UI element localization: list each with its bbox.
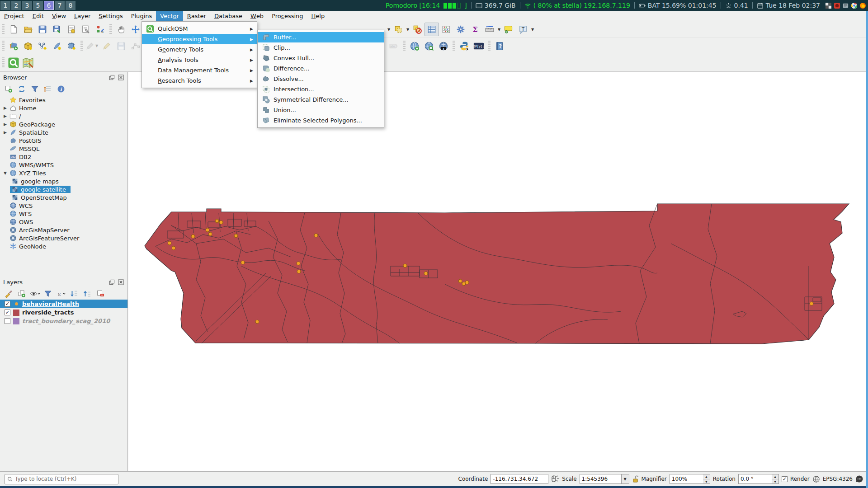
workspace-3[interactable]: 3 (22, 1, 32, 10)
browser-item-openstreetmap[interactable]: OpenStreetMap (0, 193, 127, 202)
browser-close-button[interactable] (118, 74, 124, 81)
vertex-tool-button[interactable] (128, 39, 143, 53)
scale-combo[interactable]: ▼ (580, 474, 629, 484)
menu-edit[interactable]: Edit (28, 11, 48, 21)
workspace-2[interactable]: 2 (11, 1, 21, 10)
measure-line-button[interactable] (482, 23, 497, 36)
python-console-button[interactable] (457, 39, 472, 53)
menu-plugins[interactable]: Plugins (127, 11, 156, 21)
firefox-icon[interactable] (859, 2, 866, 9)
dropbox-icon[interactable] (825, 2, 832, 9)
menu-item-data-management-tools[interactable]: Data Management Tools ▶ (142, 65, 257, 75)
layer-labeling-button[interactable]: abc (387, 39, 401, 53)
browser-item-geonode[interactable]: GeoNode (0, 242, 127, 250)
browser-item-home[interactable]: ▶Home (0, 104, 127, 112)
menu-vector-active[interactable]: Vector (156, 11, 183, 21)
magnifier-input[interactable] (672, 476, 701, 482)
menu-web[interactable]: Web (246, 11, 268, 21)
browser-item-wfs[interactable]: WFS (0, 210, 127, 218)
show-layout-manager-button[interactable] (79, 23, 93, 36)
menu-processing[interactable]: Processing (268, 11, 307, 21)
toggle-editing-button[interactable] (99, 39, 114, 53)
menu-item-analysis-tools[interactable]: Analysis Tools ▶ (142, 55, 257, 65)
menu-database[interactable]: Database (210, 11, 246, 21)
layer-checkbox[interactable]: ✓ (5, 301, 10, 307)
browser-refresh-button[interactable] (17, 84, 27, 94)
toolbar-handle[interactable] (80, 41, 83, 52)
select-caret-icon[interactable]: ▼ (406, 28, 410, 32)
ipython-console-button[interactable]: IP[y]: (472, 39, 486, 53)
text-annotation-button[interactable]: T (516, 23, 530, 36)
browser-item-geopackage[interactable]: ▶GeoPackage (0, 120, 127, 128)
scale-dropdown-caret-icon[interactable]: ▼ (621, 474, 629, 484)
style-manager-button[interactable]: a (93, 23, 108, 36)
pan-map-button[interactable] (114, 23, 128, 36)
menu-item-geometry-tools[interactable]: Geometry Tools ▶ (142, 44, 257, 55)
pan-to-selection-button[interactable] (128, 23, 143, 36)
browser-item-db2[interactable]: DB2 (0, 153, 127, 161)
filter-by-expression-button[interactable]: ε (56, 289, 66, 299)
collapse-all-button[interactable] (82, 289, 92, 299)
workspace-6-active[interactable]: 6 (44, 1, 54, 10)
menu-raster[interactable]: Raster (183, 11, 210, 21)
rotation-spinbox[interactable]: ▲▼ (738, 474, 779, 484)
browser-item-spatialite[interactable]: ▶SpatiaLite (0, 128, 127, 136)
measure-caret-icon[interactable]: ▼ (497, 28, 501, 32)
menu-help[interactable]: Help (307, 11, 329, 21)
save-layer-edits-button[interactable] (114, 39, 128, 53)
menu-settings[interactable]: Settings (94, 11, 127, 21)
toolbar-handle[interactable] (2, 24, 5, 35)
expand-all-button[interactable] (69, 289, 79, 299)
save-project-as-button[interactable] (50, 23, 64, 36)
new-project-button[interactable] (6, 23, 21, 36)
coordinate-input[interactable] (493, 476, 546, 482)
browser-item-wcs[interactable]: WCS (0, 202, 127, 210)
toolbar-handle[interactable] (453, 41, 455, 52)
browser-item-wms[interactable]: WMS/WMTS (0, 161, 127, 169)
metasearch-add-button[interactable] (407, 39, 422, 53)
toolbar-handle[interactable] (2, 41, 5, 52)
input-method-icon[interactable] (842, 2, 849, 9)
menu-project[interactable]: Project (0, 11, 28, 21)
map-canvas[interactable] (128, 72, 868, 471)
menu-item-difference[interactable]: Difference... (258, 63, 384, 74)
magnifier-spinbox[interactable]: ▲▼ (670, 474, 710, 484)
extents-toggle-icon[interactable] (551, 475, 559, 483)
layer-row-tract-boundary[interactable]: tract_boundary_scag_2010 (0, 317, 127, 325)
browser-item-google-satellite[interactable]: google satellite (0, 185, 127, 193)
processing-toolbox-button[interactable] (453, 23, 468, 36)
new-shapefile-layer-button[interactable] (35, 39, 50, 53)
browser-item-xyz-tiles[interactable]: ▼XYZ Tiles (0, 169, 127, 177)
layer-row-riverside-tracts[interactable]: ✓ riverside_tracts (0, 308, 127, 317)
select-features-button[interactable] (391, 23, 406, 36)
menu-item-convex-hull[interactable]: Convex Hull... (258, 53, 384, 63)
workspace-8[interactable]: 8 (66, 1, 75, 10)
layer-row-behavioralhealth[interactable]: ✓ behavioralHealth (0, 300, 127, 308)
browser-item-arcgismapserver[interactable]: ArcGisMapServer (0, 226, 127, 234)
help-contents-button[interactable]: ? (492, 39, 507, 53)
menu-item-symmetrical-difference[interactable]: Symmetrical Difference... (258, 94, 384, 105)
show-statistics-button[interactable]: Σ (468, 23, 482, 36)
menu-item-union[interactable]: Union... (258, 105, 384, 115)
rotation-input[interactable] (741, 476, 770, 482)
open-attribute-table-button[interactable] (425, 23, 439, 36)
locator-box[interactable] (5, 474, 118, 484)
workspace-5[interactable]: 5 (33, 1, 43, 10)
workspace-7[interactable]: 7 (55, 1, 65, 10)
locator-input[interactable] (15, 476, 116, 482)
epsg-status[interactable]: EPSG:4326 (823, 476, 853, 482)
menu-layer[interactable]: Layer (70, 11, 94, 21)
menu-view[interactable]: View (48, 11, 70, 21)
remove-layer-button[interactable] (95, 289, 105, 299)
browser-item-google-maps[interactable]: google maps (0, 177, 127, 185)
browser-item-favorites[interactable]: Favorites (0, 96, 127, 104)
metasearch-button[interactable] (436, 39, 451, 53)
map-tips-button[interactable] (501, 23, 516, 36)
crs-globe-icon[interactable] (812, 475, 820, 483)
menu-item-dissolve[interactable]: Dissolve... (258, 74, 384, 84)
toolbar-handle[interactable] (2, 57, 5, 68)
browser-item-arcgisfeatureserver[interactable]: ArcGisFeatureServer (0, 234, 127, 242)
add-group-button[interactable] (17, 289, 27, 299)
menu-item-intersection[interactable]: Intersection... (258, 84, 384, 94)
open-project-button[interactable] (21, 23, 35, 36)
